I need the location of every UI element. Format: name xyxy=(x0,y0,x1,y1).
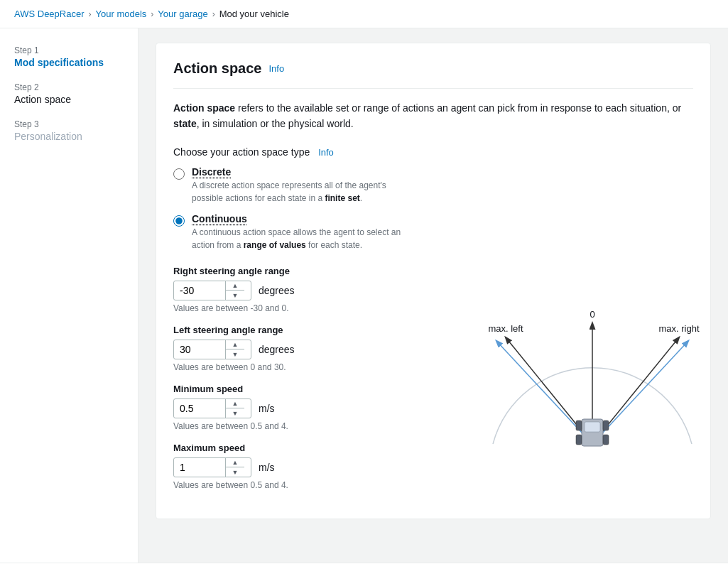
left-steering-input[interactable] xyxy=(174,340,225,359)
breadcrumb-sep-3: › xyxy=(212,9,215,19)
step-1-title[interactable]: Mod specifications xyxy=(14,57,124,68)
right-steering-label: Right steering angle range xyxy=(173,266,443,276)
svg-rect-6 xyxy=(585,422,600,432)
left-steering-label: Left steering angle range xyxy=(173,325,443,335)
max-speed-spin-down[interactable]: ▼ xyxy=(226,467,244,477)
description: Action space refers to the available set… xyxy=(173,100,693,132)
step-3-title[interactable]: Personalization xyxy=(14,131,124,142)
breadcrumb-sep-1: › xyxy=(89,9,92,19)
diagram-label-0: 0 xyxy=(590,309,594,320)
continuous-title: Continuous xyxy=(192,213,419,224)
step-1-label: Step 1 xyxy=(14,45,124,55)
desc-bold-1: Action space xyxy=(173,102,235,114)
right-steering-input-wrapper[interactable]: ▲ ▼ xyxy=(173,281,251,300)
right-steering-group: Right steering angle range ▲ ▼ degree xyxy=(173,266,443,313)
min-speed-spinner: ▲ ▼ xyxy=(225,399,244,418)
discrete-title: Discrete xyxy=(192,166,419,178)
step-2-title[interactable]: Action space xyxy=(14,94,124,105)
breadcrumb: AWS DeepRacer › Your models › Your garag… xyxy=(0,0,728,28)
max-speed-spinner: ▲ ▼ xyxy=(225,458,244,477)
breadcrumb-current: Mod your vehicle xyxy=(219,9,289,19)
min-speed-hint: Values are between 0.5 and 4. xyxy=(173,421,443,431)
sidebar-step-1: Step 1 Mod specifications xyxy=(14,45,124,68)
diagram-label-right: max. right xyxy=(658,323,699,334)
right-steering-spin-up[interactable]: ▲ xyxy=(226,281,244,291)
radio-discrete[interactable]: Discrete A discrete action space represe… xyxy=(173,166,693,205)
desc-text-4: , in simulation or the physical world. xyxy=(197,118,354,129)
sidebar-step-3: Step 3 Personalization xyxy=(14,119,124,142)
max-speed-input[interactable] xyxy=(174,458,225,477)
left-steering-input-wrapper[interactable]: ▲ ▼ xyxy=(173,340,251,359)
action-space-info-link[interactable]: Info xyxy=(268,63,284,74)
sidebar-step-2: Step 2 Action space xyxy=(14,82,124,105)
right-steering-input[interactable] xyxy=(174,281,225,300)
min-speed-input[interactable] xyxy=(174,399,225,418)
steering-diagram: 0 max. left max. right xyxy=(457,277,727,490)
left-steering-spin-down[interactable]: ▼ xyxy=(226,349,244,359)
discrete-desc: A discrete action space represents all o… xyxy=(192,179,419,205)
chooser-text: Choose your action space type xyxy=(173,146,310,158)
min-speed-label: Minimum speed xyxy=(173,384,443,394)
robot-car xyxy=(576,419,609,446)
radio-continuous-input[interactable] xyxy=(173,215,185,227)
chooser-label: Choose your action space type Info xyxy=(173,146,693,158)
action-space-title: Action space xyxy=(173,60,261,77)
min-speed-spin-up[interactable]: ▲ xyxy=(226,399,244,408)
right-steering-hint: Values are between -30 and 0. xyxy=(173,303,443,313)
min-speed-input-wrapper[interactable]: ▲ ▼ xyxy=(173,398,251,418)
left-steering-row: ▲ ▼ degrees xyxy=(173,340,443,359)
diagram-label-left: max. left xyxy=(488,323,523,334)
min-speed-row: ▲ ▼ m/s xyxy=(173,398,443,418)
form-diagram-section: Right steering angle range ▲ ▼ degree xyxy=(173,266,693,501)
chooser-info-link[interactable]: Info xyxy=(318,147,334,158)
left-steering-spinner: ▲ ▼ xyxy=(225,340,244,359)
discrete-content: Discrete A discrete action space represe… xyxy=(192,166,419,205)
desc-text-2: refers to the available set or range of … xyxy=(235,102,681,114)
min-speed-spin-down[interactable]: ▼ xyxy=(226,408,244,418)
radio-group: Discrete A discrete action space represe… xyxy=(173,166,693,251)
right-steering-unit: degrees xyxy=(259,285,295,296)
step-2-label: Step 2 xyxy=(14,82,124,92)
breadcrumb-deepracer[interactable]: AWS DeepRacer xyxy=(14,9,85,19)
continuous-desc: A continuous action space allows the age… xyxy=(192,226,419,251)
sidebar: Step 1 Mod specifications Step 2 Action … xyxy=(0,28,138,563)
breadcrumb-models[interactable]: Your models xyxy=(96,9,147,19)
continuous-content: Continuous A continuous action space all… xyxy=(192,213,419,251)
svg-rect-10 xyxy=(603,435,609,445)
max-speed-unit: m/s xyxy=(259,462,275,473)
form-section: Right steering angle range ▲ ▼ degree xyxy=(173,266,443,501)
max-speed-input-wrapper[interactable]: ▲ ▼ xyxy=(173,457,251,477)
min-speed-unit: m/s xyxy=(259,403,275,414)
breadcrumb-garage[interactable]: Your garage xyxy=(158,9,207,19)
right-steering-row: ▲ ▼ degrees xyxy=(173,281,443,300)
left-steering-spin-up[interactable]: ▲ xyxy=(226,340,244,349)
radio-discrete-input[interactable] xyxy=(173,168,185,180)
svg-rect-7 xyxy=(576,421,582,430)
svg-rect-8 xyxy=(603,421,609,430)
breadcrumb-sep-2: › xyxy=(151,9,153,19)
desc-bold-2: state xyxy=(173,118,197,129)
max-speed-spin-up[interactable]: ▲ xyxy=(226,458,244,467)
radio-continuous[interactable]: Continuous A continuous action space all… xyxy=(173,213,693,251)
max-speed-group: Maximum speed ▲ ▼ m/s xyxy=(173,443,443,490)
action-space-header: Action space Info xyxy=(173,60,693,89)
left-steering-unit: degrees xyxy=(259,344,295,355)
max-speed-hint: Values are between 0.5 and 4. xyxy=(173,480,443,490)
step-3-label: Step 3 xyxy=(14,119,124,129)
main-content: Action space Info Action space refers to… xyxy=(138,28,728,563)
left-steering-hint: Values are between 0 and 30. xyxy=(173,362,443,372)
svg-rect-9 xyxy=(576,435,582,445)
diagram-section: 0 max. left max. right xyxy=(457,266,727,501)
content-card: Action space Info Action space refers to… xyxy=(156,43,711,519)
min-speed-group: Minimum speed ▲ ▼ m/s xyxy=(173,384,443,431)
max-speed-row: ▲ ▼ m/s xyxy=(173,457,443,477)
right-steering-spinner: ▲ ▼ xyxy=(225,281,244,300)
left-steering-group: Left steering angle range ▲ ▼ degrees xyxy=(173,325,443,372)
max-speed-label: Maximum speed xyxy=(173,443,443,453)
right-steering-spin-down[interactable]: ▼ xyxy=(226,291,244,300)
